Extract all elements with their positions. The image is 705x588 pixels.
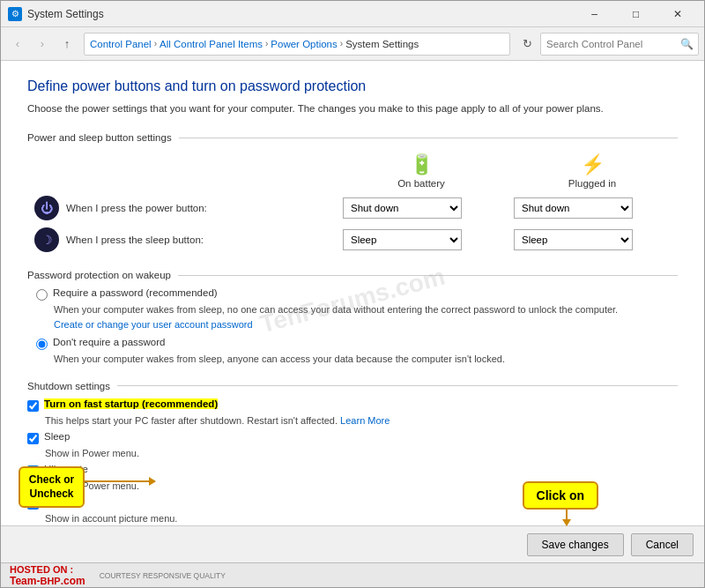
password-section-header: Password protection on wakeup [27,270,678,280]
window-controls: – □ ✕ [575,2,697,26]
click-on-callout: Click on [523,481,598,510]
minimize-button[interactable]: – [575,2,614,26]
content-area: TenForums.com Define power buttons and t… [1,61,704,525]
search-wrapper: 🔍 [540,33,699,56]
breadcrumb-all-items[interactable]: All Control Panel Items [160,39,263,49]
power-battery-dropdown[interactable]: Do nothing Sleep Hibernate Shut down Tur… [343,197,462,219]
bottom-bar: Click on Save changes Cancel [1,525,704,562]
no-password-item: Don't require a password When your compu… [36,337,678,367]
sleep-label: Sleep [44,431,70,442]
refresh-button[interactable]: ↻ [516,33,538,56]
fast-startup-checkbox[interactable] [27,400,39,412]
power-button-label: When I press the power button: [66,203,207,213]
check-uncheck-callout: Check orUncheck [19,466,85,508]
power-table: 🔋 On battery ⚡ Plugged in ⏻ [27,150,678,256]
change-password-link[interactable]: Create or change your user account passw… [54,319,253,330]
sleep-plugged-dropdown[interactable]: Do nothing Sleep Hibernate Shut down [514,229,633,250]
plugin-icon: ⚡ [514,153,671,176]
table-row: ☽ When I press the sleep button: Do noth… [27,224,678,256]
forward-button[interactable]: › [31,33,54,56]
breadcrumb-control-panel[interactable]: Control Panel [90,39,152,49]
power-button-icon: ⏻ [34,196,59,220]
fast-startup-sub: This helps start your PC faster after sh… [45,415,678,426]
window-title: System Settings [27,8,575,20]
table-row: ⏻ When I press the power button: Do noth… [27,192,678,224]
close-button[interactable]: ✕ [657,2,697,26]
title-bar: ⚙ System Settings – □ ✕ [1,1,704,27]
lock-sub: Show in account picture menu. [45,513,678,524]
battery-icon: 🔋 [343,153,500,176]
no-password-label: Don't require a password [53,337,165,347]
shutdown-section-header: Shutdown settings [27,381,678,391]
no-password-desc: When your computer wakes from sleep, any… [54,352,678,367]
breadcrumb-system-settings: System Settings [345,39,419,49]
footer-logo: HOSTED ON : Team-BHP.com [10,564,85,587]
require-password-desc: When your computer wakes from sleep, no … [54,302,678,331]
on-battery-header: 🔋 On battery [336,150,507,192]
callout-arrow [85,480,155,482]
power-sleep-section-header: Power and sleep button settings [27,132,678,143]
sleep-button-icon: ☽ [34,227,59,252]
hibernate-item: Hibernate [27,464,678,477]
window-icon: ⚙ [8,7,22,21]
learn-more-link[interactable]: Learn More [340,415,390,426]
plugged-in-header: ⚡ Plugged in [507,150,678,192]
content-wrapper: TenForums.com Define power buttons and t… [27,78,678,524]
breadcrumb-power-options[interactable]: Power Options [271,39,337,49]
fast-startup-item: Turn on fast startup (recommended) [27,398,678,412]
page-title: Define power buttons and turn on passwor… [27,78,678,94]
sleep-checkbox[interactable] [27,433,39,444]
up-button[interactable]: ↑ [56,33,78,56]
power-plugged-dropdown[interactable]: Do nothing Sleep Hibernate Shut down Tur… [514,197,633,219]
save-changes-button[interactable]: Save changes [527,533,624,556]
sleep-item: Sleep [27,431,678,444]
require-password-radio[interactable] [36,289,48,301]
no-password-radio[interactable] [36,339,48,350]
nav-bar: ‹ › ↑ Control Panel › All Control Panel … [1,27,704,61]
main-window: ⚙ System Settings – □ ✕ ‹ › ↑ Control Pa… [0,0,705,588]
search-input[interactable] [540,33,699,56]
page-description: Choose the power settings that you want … [27,101,678,116]
callout-bottom-arrow [566,508,568,525]
password-section: Require a password (recommended) When yo… [27,287,678,367]
maximize-button[interactable]: □ [616,2,656,26]
address-bar: Control Panel › All Control Panel Items … [84,33,510,56]
require-password-item: Require a password (recommended) When yo… [36,287,678,331]
sleep-battery-dropdown[interactable]: Do nothing Sleep Hibernate Shut down [343,229,462,250]
fast-startup-label: Turn on fast startup (recommended) [44,398,218,409]
require-password-label: Require a password (recommended) [53,287,218,298]
sleep-button-label: When I press the sleep button: [66,234,204,245]
breadcrumb: Control Panel › All Control Panel Items … [90,39,419,49]
cancel-button[interactable]: Cancel [631,533,694,556]
footer-bar: HOSTED ON : Team-BHP.com COURTESY RESPON… [1,562,704,587]
footer-tagline: COURTESY RESPONSIVE QUALITY [100,571,226,580]
back-button[interactable]: ‹ [6,33,29,56]
password-radio-group: Require a password (recommended) When yo… [36,287,678,367]
sleep-sub: Show in Power menu. [45,448,678,458]
